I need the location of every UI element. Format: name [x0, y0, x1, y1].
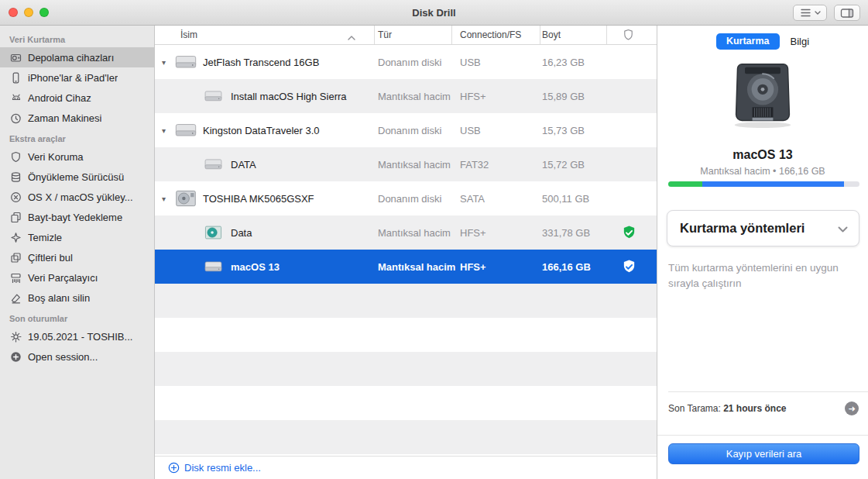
- row-name: macOS 13: [231, 261, 280, 273]
- table-row-data-hfs[interactable]: Data Mantıksal hacim HFS+ 331,78 GB: [155, 215, 657, 250]
- sidebar-item-find-duplicates[interactable]: Çiftleri bul: [0, 247, 154, 267]
- gear-icon: [10, 331, 22, 343]
- row-type: Donanım diski: [378, 57, 441, 68]
- column-header-connection[interactable]: Connection/FS: [460, 29, 521, 40]
- attach-disk-image-link[interactable]: Disk resmi ekle...: [184, 462, 261, 474]
- sidebar-item-label: Open session...: [28, 351, 98, 363]
- sidebar-item-label: Veri Parçalayıcı: [28, 272, 98, 284]
- tab-info[interactable]: Bilgi: [791, 36, 810, 47]
- window-title: Disk Drill: [0, 0, 868, 26]
- volume-icon: [204, 226, 222, 240]
- sparkle-icon: [10, 232, 22, 243]
- shield-column-icon[interactable]: [623, 29, 633, 43]
- divider: [657, 435, 868, 436]
- column-header-name[interactable]: İsim: [180, 29, 197, 40]
- sidebar-item-storage-devices[interactable]: Depolama cihazları: [0, 47, 154, 67]
- row-size: 331,78 GB: [542, 227, 590, 239]
- row-name: TOSHIBA MK5065GSXF: [203, 193, 314, 205]
- table-row-data-fat32[interactable]: DATA Mantıksal hacim FAT32 15,72 GB: [155, 147, 657, 181]
- sidebar-item-recent-session[interactable]: 19.05.2021 - TOSHIB...: [0, 326, 154, 346]
- sidebar-item-android-device[interactable]: Android Cihaz: [0, 88, 154, 108]
- table-rows: ▾ JetFlash Transcend 16GB Donanım diski …: [155, 45, 657, 284]
- list-view-icon: [800, 8, 811, 18]
- row-name: JetFlash Transcend 16GB: [203, 57, 319, 68]
- selected-disk-name: macOS 13: [657, 148, 868, 162]
- row-connection: USB: [460, 125, 481, 136]
- circled-x-icon: [10, 191, 22, 203]
- iphone-icon: [10, 72, 22, 84]
- sort-ascending-icon[interactable]: [348, 32, 355, 43]
- sidebar-section-title: Son oturumlar: [0, 308, 154, 326]
- eraser-icon: [10, 292, 22, 304]
- table-row-kingston[interactable]: ▾ Kingston DataTraveler 3.0 Donanım disk…: [155, 113, 657, 147]
- sidebar-item-clean-up[interactable]: Temizle: [0, 227, 154, 247]
- titlebar: Disk Drill: [0, 0, 868, 26]
- view-options-button[interactable]: [793, 5, 827, 21]
- sidebar-item-erase-free-space[interactable]: Boş alanı silin: [0, 288, 154, 308]
- recovery-methods-dropdown[interactable]: Kurtarma yöntemleri: [667, 210, 859, 246]
- sidebar-item-iphones-ipads[interactable]: iPhone'lar & iPad'ler: [0, 67, 154, 88]
- row-name: Kingston DataTraveler 3.0: [203, 125, 320, 136]
- split-panel-icon: [840, 8, 854, 19]
- sidebar-item-label: Depolama cihazları: [28, 52, 114, 64]
- table-row-macos13-selected[interactable]: macOS 13 Mantıksal hacim HFS+ 166,16 GB: [155, 250, 657, 284]
- column-header-type[interactable]: Tür: [378, 29, 392, 40]
- row-size: 166,16 GB: [542, 261, 591, 273]
- table-footer: Disk resmi ekle...: [155, 456, 657, 479]
- row-type: Mantıksal hacim: [378, 261, 455, 273]
- sidebar-section-title: Veri Kurtarma: [0, 29, 154, 47]
- external-drive-icon: [175, 54, 197, 71]
- sidebar-item-label: iPhone'lar & iPad'ler: [28, 72, 118, 84]
- row-connection: HFS+: [460, 227, 486, 239]
- table-row-install-macos[interactable]: Install macOS High Sierra Mantıksal haci…: [155, 79, 657, 113]
- table-row-jetflash[interactable]: ▾ JetFlash Transcend 16GB Donanım diski …: [155, 45, 657, 79]
- chevron-down-icon: [815, 11, 821, 15]
- divider: [668, 391, 868, 392]
- volume-icon: [204, 89, 222, 103]
- row-size: 16,23 GB: [542, 57, 585, 68]
- duplicates-icon: [10, 252, 22, 264]
- row-type: Donanım diski: [378, 193, 441, 205]
- methods-description: Tüm kurtarma yöntemlerini en uygun sıray…: [668, 260, 851, 292]
- row-name: Data: [231, 227, 252, 239]
- row-name: Install macOS High Sierra: [231, 91, 347, 102]
- row-size: 15,72 GB: [542, 159, 585, 171]
- last-scan-row: Son Tarama: 21 hours önce: [668, 400, 837, 417]
- row-type: Mantıksal hacim: [378, 227, 451, 239]
- sidebar-item-data-protection[interactable]: Veri Koruma: [0, 146, 154, 167]
- mounted-check-badge: [622, 226, 636, 240]
- backup-copy-icon: [10, 212, 22, 223]
- volume-icon: [204, 260, 222, 274]
- boot-drive-icon: [10, 171, 22, 183]
- table-row-toshiba[interactable]: ▾ TOSHIBA MK5065GSXF Donanım diski SATA …: [155, 181, 657, 215]
- row-connection: SATA: [460, 193, 485, 205]
- sidebar-item-time-machine[interactable]: Zaman Makinesi: [0, 108, 154, 128]
- sidebar-item-open-session[interactable]: Open session...: [0, 346, 154, 367]
- search-lost-data-button[interactable]: Kayıp verileri ara: [668, 443, 859, 464]
- row-size: 15,89 GB: [542, 91, 585, 102]
- row-connection: HFS+: [460, 91, 486, 102]
- add-circle-icon: [168, 462, 180, 474]
- shield-icon: [10, 151, 22, 163]
- column-divider: [374, 26, 375, 44]
- disclosure-triangle[interactable]: ▾: [162, 195, 166, 203]
- row-type: Donanım diski: [378, 125, 441, 136]
- disclosure-triangle[interactable]: ▾: [162, 126, 166, 135]
- sidebar-item-byte-backup[interactable]: Bayt-bayt Yedekleme: [0, 207, 154, 227]
- disclosure-triangle[interactable]: ▾: [162, 58, 166, 67]
- column-header-size[interactable]: Boyt: [542, 29, 561, 40]
- sidebar-item-label: Zaman Makinesi: [28, 112, 101, 124]
- last-scan-value: 21 hours önce: [723, 403, 786, 414]
- row-connection: FAT32: [460, 159, 489, 171]
- row-type: Mantıksal hacim: [378, 159, 451, 171]
- row-connection: USB: [460, 57, 481, 68]
- toggle-sidebar-button[interactable]: [834, 5, 860, 21]
- volume-icon: [204, 157, 222, 171]
- sidebar-item-data-shredder[interactable]: Veri Parçalayıcı: [0, 267, 154, 288]
- column-divider: [606, 26, 607, 44]
- tab-recovery[interactable]: Kurtarma: [716, 33, 780, 50]
- sidebar-item-boot-drive[interactable]: Önyükleme Sürücüsü: [0, 167, 154, 187]
- open-last-scan-button[interactable]: ➜: [845, 401, 859, 415]
- sidebar-item-label: Temizle: [28, 232, 62, 243]
- sidebar-item-osx-installer[interactable]: OS X / macOS yükley...: [0, 187, 154, 207]
